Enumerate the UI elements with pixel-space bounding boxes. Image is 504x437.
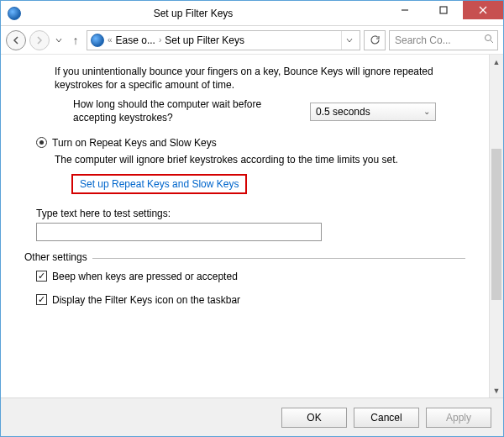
breadcrumb-chevron-icon: › [157, 35, 163, 45]
search-input[interactable] [393, 34, 467, 47]
beep-checkbox-row[interactable]: Beep when keys are pressed or accepted [36, 271, 465, 282]
apply-button[interactable]: Apply [426, 408, 491, 428]
breadcrumb-chevron-icon: « [106, 35, 114, 45]
bounce-keys-description: If you unintentionally bounce your finge… [55, 65, 465, 92]
settings-pane: If you unintentionally bounce your finge… [1, 55, 489, 398]
search-box[interactable] [389, 30, 498, 50]
svg-rect-1 [440, 7, 447, 13]
chevron-down-icon [55, 37, 62, 44]
other-settings-legend: Other settings [24, 251, 92, 263]
taskbar-icon-checkbox-label: Display the Filter Keys icon on the task… [52, 294, 240, 306]
maximize-icon [439, 6, 448, 14]
address-dropdown[interactable] [341, 31, 356, 50]
refresh-button[interactable] [364, 30, 386, 50]
content-area: If you unintentionally bounce your finge… [1, 55, 503, 398]
svg-point-4 [486, 35, 491, 41]
back-icon [11, 35, 21, 45]
minimize-icon [401, 6, 409, 14]
window-controls [386, 1, 503, 25]
search-icon [484, 34, 494, 46]
beep-checkbox[interactable] [36, 271, 47, 282]
wait-duration-value: 0.5 seconds [316, 106, 370, 118]
scroll-up-button[interactable]: ▲ [490, 55, 503, 69]
repeat-keys-radio[interactable] [36, 137, 47, 148]
beep-checkbox-label: Beep when keys are pressed or accepted [52, 271, 238, 282]
filter-keys-window: Set up Filter Keys ↑ « Ease o... [0, 0, 504, 437]
breadcrumb-parent[interactable]: Ease o... [116, 34, 155, 46]
chevron-down-icon [346, 37, 353, 44]
svg-line-5 [491, 40, 493, 43]
close-button[interactable] [463, 1, 503, 19]
close-icon [479, 6, 487, 14]
repeat-keys-radio-label: Turn on Repeat Keys and Slow Keys [52, 137, 217, 149]
control-panel-icon [91, 34, 104, 47]
taskbar-icon-checkbox-row[interactable]: Display the Filter Keys icon on the task… [36, 294, 465, 306]
dialog-footer: OK Cancel Apply [1, 398, 503, 436]
test-input[interactable] [36, 223, 322, 241]
up-button[interactable]: ↑ [68, 34, 83, 47]
forward-icon [34, 35, 45, 45]
wait-duration-select[interactable]: 0.5 seconds ⌄ [310, 103, 436, 121]
history-dropdown[interactable] [53, 37, 65, 44]
ok-button[interactable]: OK [281, 408, 347, 428]
window-title: Set up Filter Keys [1, 8, 386, 19]
chevron-down-icon: ⌄ [423, 107, 430, 116]
cancel-button[interactable]: Cancel [354, 408, 419, 428]
taskbar-icon-checkbox[interactable] [36, 294, 47, 305]
other-settings-group: Other settings Beep when keys are presse… [24, 258, 465, 306]
navbar: ↑ « Ease o... › Set up Filter Keys [1, 26, 503, 55]
repeat-keys-radio-row[interactable]: Turn on Repeat Keys and Slow Keys [36, 137, 465, 149]
vertical-scrollbar[interactable]: ▲ ▼ [489, 55, 503, 398]
back-button[interactable] [6, 30, 26, 50]
minimize-button[interactable] [386, 1, 424, 19]
scroll-down-button[interactable]: ▼ [490, 383, 503, 398]
forward-button[interactable] [29, 30, 50, 50]
scroll-thumb[interactable] [491, 149, 501, 300]
setup-repeat-slow-keys-link[interactable]: Set up Repeat Keys and Slow Keys [71, 174, 247, 194]
maximize-button[interactable] [424, 1, 463, 19]
breadcrumb-current[interactable]: Set up Filter Keys [165, 34, 244, 46]
test-input-label: Type text here to test settings: [36, 208, 465, 219]
scroll-track[interactable] [490, 69, 503, 383]
address-bar[interactable]: « Ease o... › Set up Filter Keys [87, 30, 360, 50]
wait-duration-row: How long should the computer wait before… [73, 98, 465, 124]
titlebar: Set up Filter Keys [1, 1, 503, 26]
refresh-icon [370, 34, 381, 45]
wait-duration-label: How long should the computer wait before… [73, 98, 300, 124]
repeat-keys-description: The computer will ignore brief keystroke… [55, 154, 465, 166]
